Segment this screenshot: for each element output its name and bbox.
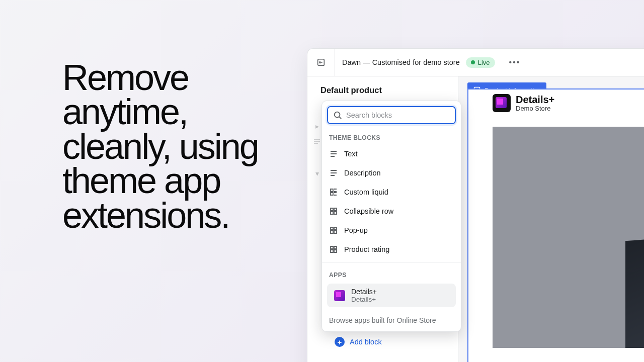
chevron-down-icon: ▾ [312, 169, 321, 178]
block-option-product-rating[interactable]: Product rating [322, 240, 461, 259]
app-block-name: Details+ [351, 288, 377, 296]
block-option-label: Description [344, 169, 381, 177]
block-option-label: Collapsible row [344, 207, 393, 215]
search-icon [333, 111, 342, 120]
chevron-right-icon: ▸ [312, 122, 321, 131]
block-option-text[interactable]: Text [322, 144, 461, 163]
site-logo-icon [493, 94, 511, 112]
block-option-custom-liquid[interactable]: Custom liquid [322, 183, 461, 202]
add-block-label: Add block [350, 338, 382, 346]
app-block-vendor: Details+ [351, 296, 377, 303]
section-sidebar: Default product ▸ ▾ + Add blo [307, 76, 458, 362]
description-icon [329, 168, 338, 177]
block-option-app-details-plus[interactable]: Details+ Details+ [327, 284, 456, 307]
block-option-pop-up[interactable]: Pop-up [322, 221, 461, 240]
storefront-preview: Details+ Demo Store Home Catal Storeprop [467, 88, 644, 362]
block-picker-popup: THEME BLOCKS Text Description [321, 101, 461, 332]
live-badge-label: Live [478, 59, 490, 66]
text-icon [312, 137, 321, 146]
sidebar-item-block[interactable] [312, 134, 321, 149]
plus-icon: + [335, 337, 345, 347]
editor-main: Default product ▸ ▾ + Add blo [307, 76, 644, 362]
exit-icon [316, 58, 326, 67]
more-menu-button[interactable]: ••• [509, 58, 521, 67]
details-plus-app-icon [334, 290, 345, 301]
sidebar-item-collapsed[interactable]: ▸ [312, 119, 321, 134]
block-option-label: Product rating [344, 245, 389, 253]
block-option-label: Pop-up [344, 226, 368, 234]
apps-label: APPS [322, 265, 461, 282]
status-dot-icon [471, 60, 475, 64]
rating-icon [329, 245, 338, 254]
search-blocks-input[interactable] [346, 111, 450, 119]
site-subtitle: Demo Store [516, 105, 554, 112]
top-bar: Dawn — Customised for demo store Live ••… [307, 49, 644, 76]
bag-illustration: Storeprop [605, 187, 644, 338]
theme-name: Dawn — Customised for demo store [342, 58, 460, 66]
site-header: Details+ Demo Store Home Catal [468, 89, 644, 117]
collapsible-icon [329, 207, 338, 216]
block-option-label: Text [344, 150, 358, 158]
site-title: Details+ [516, 95, 554, 105]
popup-icon [329, 226, 338, 235]
marketing-headline: Remove anytime, cleanly, using theme app… [62, 60, 284, 232]
text-icon [329, 149, 338, 158]
theme-editor-window: Dawn — Customised for demo store Live ••… [307, 48, 644, 362]
add-block-button[interactable]: + Add block [335, 333, 382, 351]
divider [322, 262, 461, 262]
liquid-icon [329, 188, 338, 197]
live-badge: Live [466, 57, 495, 68]
browse-apps-link[interactable]: Browse apps built for Online Store [322, 312, 461, 331]
block-option-collapsible-row[interactable]: Collapsible row [322, 202, 461, 221]
sidebar-item-expanded[interactable]: ▾ [312, 166, 321, 181]
exit-button[interactable] [307, 49, 335, 76]
theme-blocks-label: THEME BLOCKS [322, 128, 461, 144]
svg-point-1 [335, 112, 340, 118]
block-option-label: Custom liquid [344, 188, 388, 196]
product-image: Storeprop [493, 127, 644, 348]
block-option-description[interactable]: Description [322, 163, 461, 183]
preview-canvas: Product information Details+ Demo Store … [458, 76, 644, 362]
search-blocks-input-wrapper[interactable] [327, 106, 456, 124]
section-title: Default product [320, 85, 450, 95]
